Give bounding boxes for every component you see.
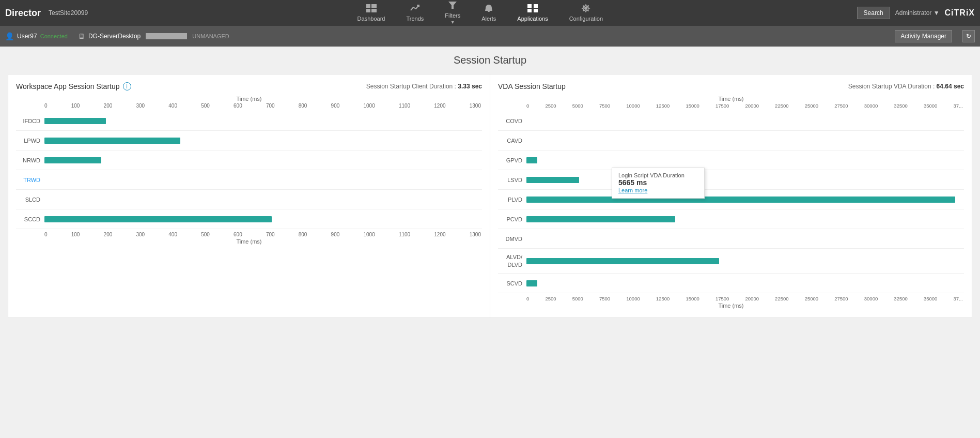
- vda-bottom-axis: 025005000 75001000012500 150001750020000…: [498, 296, 964, 310]
- bar-container-lsvd: [526, 170, 964, 189]
- user-info: 👤 User97 Connected: [5, 32, 68, 40]
- top-nav-right: Search Administrator ▼ CiTRiX: [857, 7, 975, 19]
- search-button[interactable]: Search: [857, 7, 890, 19]
- nav-dashboard-label: Dashboard: [357, 16, 385, 22]
- svg-rect-1: [371, 4, 377, 8]
- workspace-chart-header: Workspace App Session Startup i Session …: [16, 82, 482, 90]
- table-row: SLCD: [16, 190, 482, 209]
- bar-label-pcvd: PCVD: [498, 216, 526, 222]
- bar-pcvd: [526, 216, 675, 222]
- bar-container-nrwd: [44, 150, 482, 170]
- refresh-button[interactable]: ↻: [962, 30, 975, 42]
- table-row: SCVD: [498, 274, 964, 293]
- table-row: SCCD: [16, 209, 482, 229]
- bar-nrwd: [44, 157, 101, 163]
- trends-icon: [410, 4, 420, 14]
- svg-rect-9: [534, 9, 538, 12]
- vda-duration: Session Startup VDA Duration : 64.64 sec: [848, 83, 964, 90]
- bar-label-lsvd: LSVD: [498, 177, 526, 183]
- nav-configuration[interactable]: Configuration: [560, 2, 612, 24]
- machine-icon: 🖥: [78, 32, 85, 40]
- nav-dashboard[interactable]: Dashboard: [348, 2, 395, 24]
- workspace-top-ticks: 0100200 300400500 600700800 90010001100 …: [16, 103, 482, 109]
- unmanaged-badge: UNMANAGED: [192, 33, 229, 39]
- svg-marker-4: [448, 2, 457, 9]
- vda-top-ticks: 025005000 75001000012500 150001750020000…: [498, 103, 964, 109]
- nav-alerts[interactable]: Alerts: [472, 2, 505, 24]
- bar-gpvd: [526, 157, 537, 163]
- bar-label-trwd[interactable]: TRWD: [16, 177, 44, 183]
- bar-container-alvd-dlvd: [526, 249, 964, 273]
- bar-label-scvd: SCVD: [498, 280, 526, 286]
- citrix-logo: CiTRiX: [945, 8, 975, 18]
- workspace-top-axis: Time (ms) 0100200 300400500 600700800 90…: [16, 96, 482, 109]
- workspace-bottom-axis: 0100200 300400500 600700800 90010001100 …: [16, 232, 482, 246]
- bar-container-plvd: [526, 190, 964, 209]
- svg-rect-5: [488, 11, 490, 12]
- user-label: User97: [17, 33, 37, 40]
- nav-trends[interactable]: Trends: [397, 2, 433, 24]
- bar-ifdcd: [44, 118, 106, 124]
- bar-alvd-dlvd: [526, 258, 719, 264]
- bar-label-lpwd: LPWD: [16, 138, 44, 144]
- nav-items: Dashboard Trends Filters ▼ Alerts: [103, 0, 857, 27]
- vda-chart-header: VDA Session Startup Session Startup VDA …: [498, 82, 964, 90]
- nav-filters[interactable]: Filters ▼: [435, 0, 470, 27]
- bar-label-sccd: SCCD: [16, 216, 44, 222]
- tooltip-learn-more-link[interactable]: Learn more: [618, 187, 647, 193]
- machine-info: 🖥 DG-ServerDesktop UNMANAGED: [78, 32, 229, 40]
- bar-container-ifdcd: [44, 111, 482, 130]
- workspace-bar-rows: IFDCD LPWD NRWD: [16, 111, 482, 229]
- vda-top-axis: Time (ms) 025005000 75001000012500 15000…: [498, 96, 964, 109]
- alerts-icon: [484, 4, 494, 14]
- svg-rect-0: [366, 4, 370, 8]
- svg-rect-3: [371, 9, 377, 12]
- secondary-bar: 👤 User97 Connected 🖥 DG-ServerDesktop UN…: [0, 26, 980, 47]
- table-row: NRWD: [16, 150, 482, 170]
- nav-trends-label: Trends: [406, 16, 424, 22]
- tooltip-title: Login Script VDA Duration: [618, 172, 698, 178]
- table-row: DMVD: [498, 229, 964, 249]
- filters-icon: [447, 1, 458, 11]
- table-row: ALVD/DLVD: [498, 249, 964, 274]
- brand-label: Director: [5, 8, 41, 19]
- configuration-icon: [581, 4, 591, 14]
- dashboard-icon: [366, 4, 377, 14]
- site-name: TestSite20099: [49, 9, 88, 17]
- nav-applications-label: Applications: [517, 16, 548, 22]
- bar-label-gpvd: GPVD: [498, 157, 526, 163]
- admin-label[interactable]: Administrator ▼: [895, 9, 940, 17]
- bar-sccd: [44, 216, 272, 222]
- workspace-info-icon[interactable]: i: [123, 82, 131, 90]
- nav-configuration-label: Configuration: [569, 16, 603, 22]
- svg-point-10: [584, 7, 587, 10]
- workspace-chart-title: Workspace App Session Startup i: [16, 82, 131, 90]
- bar-label-slcd: SLCD: [16, 197, 44, 203]
- bar-container-dmvd: [526, 229, 964, 248]
- bar-lpwd: [44, 138, 180, 144]
- bar-scvd: [526, 280, 537, 286]
- nav-applications[interactable]: Applications: [508, 2, 557, 24]
- page-title: Session Startup: [8, 54, 972, 66]
- activity-manager-button[interactable]: Activity Manager: [895, 30, 952, 42]
- main-content: Session Startup Workspace App Session St…: [0, 47, 980, 326]
- bar-container-covd: [526, 111, 964, 130]
- table-row: PLVD: [498, 190, 964, 209]
- bar-container-trwd: [44, 170, 482, 189]
- applications-icon: [527, 4, 538, 14]
- machine-progress-bar: [146, 33, 187, 39]
- bar-container-lpwd: [44, 131, 482, 150]
- vda-bar-rows: COVD CAVD GPVD LSVD: [498, 111, 964, 293]
- table-row: COVD: [498, 111, 964, 131]
- table-row: LPWD: [16, 131, 482, 150]
- table-row: GPVD: [498, 150, 964, 170]
- table-row: PCVD: [498, 209, 964, 229]
- svg-rect-7: [534, 4, 538, 8]
- bar-label-nrwd: NRWD: [16, 157, 44, 163]
- vda-chart-title: VDA Session Startup: [498, 82, 566, 90]
- vda-panel: VDA Session Startup Session Startup VDA …: [490, 74, 972, 318]
- svg-rect-8: [527, 9, 532, 12]
- bar-container-slcd: [44, 190, 482, 209]
- table-row: LSVD Login Script VDA Duration 5665 ms L…: [498, 170, 964, 190]
- nav-alerts-label: Alerts: [481, 16, 496, 22]
